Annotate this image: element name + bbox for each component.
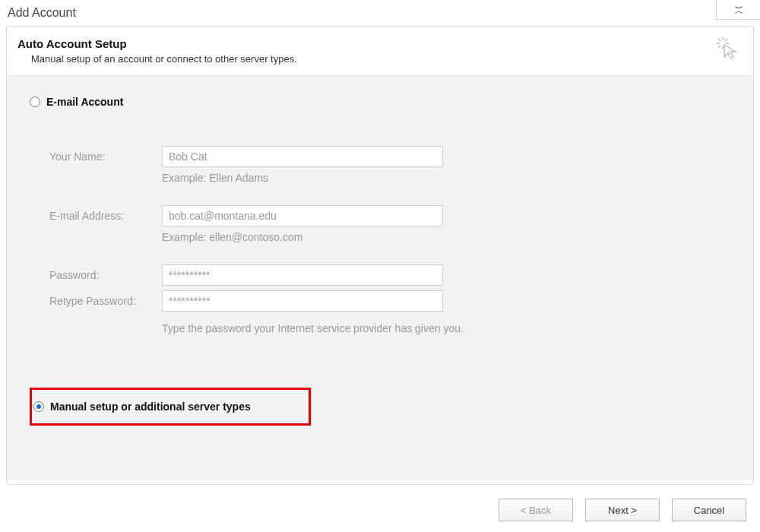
password-input[interactable]: ********** xyxy=(162,264,443,286)
next-button[interactable]: Next > xyxy=(585,499,660,521)
close-icon xyxy=(734,5,743,14)
option-manual-setup[interactable]: Manual setup or additional server types xyxy=(32,401,302,413)
email-input[interactable]: bob.cat@montana.edu xyxy=(162,205,443,226)
close-button[interactable] xyxy=(716,0,760,20)
dialog-footer: < Back Next > Cancel xyxy=(6,488,754,532)
header-subtitle: Manual setup of an account or connect to… xyxy=(31,53,297,65)
window-title: Add Account xyxy=(8,6,76,20)
email-label: E-mail Address: xyxy=(49,210,162,222)
radio-icon xyxy=(30,97,40,107)
retype-password-label: Retype Password: xyxy=(49,295,162,307)
form-area: E-mail Account Your Name: Bob Cat Exampl… xyxy=(7,76,753,480)
dialog-body: Auto Account Setup Manual setup of an ac… xyxy=(6,26,754,485)
titlebar: Add Account xyxy=(0,0,760,26)
header-title: Auto Account Setup xyxy=(17,37,297,50)
cursor-sparkle-icon xyxy=(717,37,739,62)
dialog-header: Auto Account Setup Manual setup of an ac… xyxy=(7,27,753,76)
email-example: Example: ellen@contoso.com xyxy=(162,231,730,243)
option-manual-setup-label: Manual setup or additional server types xyxy=(50,401,251,413)
name-label: Your Name: xyxy=(49,150,162,163)
highlight-box: Manual setup or additional server types xyxy=(30,388,311,426)
retype-password-input[interactable]: ********** xyxy=(162,290,443,312)
radio-icon xyxy=(33,401,44,412)
email-fields-group: Your Name: Bob Cat Example: Ellen Adams … xyxy=(49,146,730,334)
name-input[interactable]: Bob Cat xyxy=(162,146,443,167)
back-button[interactable]: < Back xyxy=(499,499,573,521)
option-email-account[interactable]: E-mail Account xyxy=(30,96,730,108)
password-hint: Type the password your Internet service … xyxy=(162,322,730,334)
name-example: Example: Ellen Adams xyxy=(162,172,730,184)
cancel-button[interactable]: Cancel xyxy=(672,499,746,521)
password-label: Password: xyxy=(49,269,162,281)
option-email-account-label: E-mail Account xyxy=(46,96,123,108)
